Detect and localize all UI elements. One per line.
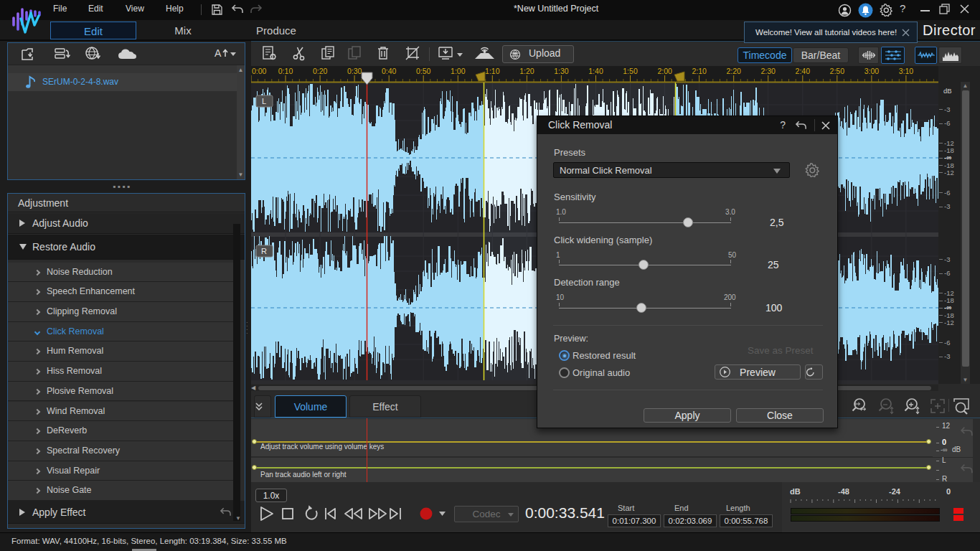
svg-text:0:50: 0:50: [416, 67, 431, 75]
svg-text:1:50: 1:50: [623, 67, 638, 75]
svg-text:2:10: 2:10: [692, 67, 707, 75]
svg-text:3:10: 3:10: [899, 67, 914, 75]
svg-text:1:40: 1:40: [588, 67, 603, 75]
svg-text:2:00: 2:00: [657, 67, 672, 75]
svg-text:3:00: 3:00: [864, 67, 880, 75]
svg-text:L: L: [262, 97, 266, 105]
svg-text:2:40: 2:40: [796, 67, 811, 75]
svg-text:0:20: 0:20: [313, 67, 328, 75]
svg-text:0:10: 0:10: [278, 67, 293, 75]
svg-text:0:00: 0:00: [252, 67, 267, 75]
svg-text:1:30: 1:30: [554, 67, 569, 75]
svg-text:0:30: 0:30: [347, 67, 362, 75]
svg-text:1:00: 1:00: [451, 67, 466, 75]
svg-text:R: R: [261, 247, 267, 255]
svg-text:2:30: 2:30: [760, 67, 776, 75]
svg-text:1:20: 1:20: [519, 67, 534, 75]
svg-text:1:10: 1:10: [485, 67, 500, 75]
svg-text:0:40: 0:40: [382, 67, 397, 75]
svg-text:2:20: 2:20: [726, 67, 741, 75]
svg-text:2:50: 2:50: [830, 67, 845, 75]
